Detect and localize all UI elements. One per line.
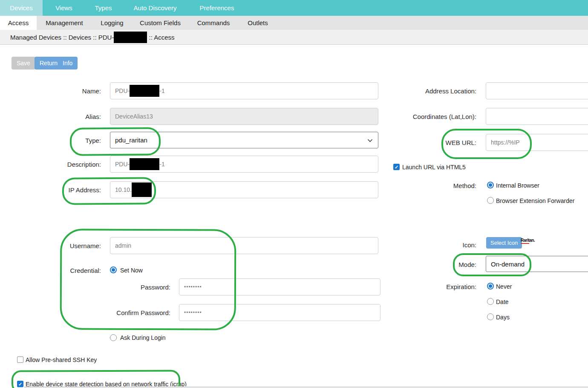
nav-tab-auto-discovery[interactable]: Auto Discovery [121, 0, 189, 16]
ip-address-value-prefix: 10.10. [115, 186, 132, 193]
device-tabs: Access Management Logging Custom Fields … [0, 16, 588, 30]
nav-tab-preferences[interactable]: Preferences [189, 0, 245, 16]
username-label: Username: [26, 242, 101, 249]
credential-set-now-radio[interactable] [110, 266, 117, 273]
expiration-date-radio[interactable] [487, 298, 494, 305]
address-location-input[interactable] [486, 82, 588, 99]
primary-nav: Devices Views Types Auto Discovery Prefe… [0, 0, 588, 16]
method-internal-browser-label: Internal Browser [496, 182, 539, 189]
web-url-label: WEB URL: [383, 139, 476, 146]
nav-tab-types[interactable]: Types [85, 0, 121, 16]
type-label: Type: [26, 137, 101, 144]
select-icon-button[interactable]: Select Icon [486, 237, 522, 249]
type-select[interactable]: pdu_raritan [110, 132, 378, 148]
password-input[interactable]: •••••••• [179, 278, 380, 295]
name-label: Name: [26, 87, 101, 95]
breadcrumb: Managed Devices :: Devices :: PDU- :: Ac… [0, 30, 588, 45]
device-access-page: Devices Views Types Auto Discovery Prefe… [0, 0, 588, 388]
web-url-input[interactable]: https://%IP [486, 134, 588, 151]
redaction-box [132, 182, 152, 197]
tab-access[interactable]: Access [0, 16, 37, 30]
description-value-prefix: PDU- [115, 161, 130, 168]
redaction-box [130, 85, 159, 97]
credential-set-now-label: Set Now [120, 267, 143, 274]
expiration-days-radio[interactable] [487, 313, 494, 320]
breadcrumb-text-suffix: :: Access [147, 34, 174, 41]
redaction-box [114, 32, 147, 43]
address-location-label: Address Location: [383, 87, 476, 95]
ip-address-input[interactable]: 10.10. [110, 181, 378, 198]
mode-label: Mode: [383, 261, 476, 268]
expiration-date-label: Date [496, 298, 509, 305]
enable-icmp-detection-checkbox[interactable] [17, 381, 23, 387]
password-value: •••••••• [184, 284, 202, 290]
mode-select[interactable]: On-demand [486, 256, 588, 272]
confirm-password-input[interactable]: •••••••• [179, 304, 380, 321]
mode-selected-value: On-demand [491, 261, 525, 268]
method-label: Method: [383, 182, 476, 189]
ip-address-label: IP Address: [26, 186, 101, 194]
coordinates-label: Coordinates (Lat,Lon): [383, 113, 476, 120]
confirm-password-value: •••••••• [184, 310, 202, 316]
redaction-box [130, 158, 159, 170]
credential-ask-during-login-label: Ask During Login [120, 334, 166, 341]
launch-url-html5-checkbox[interactable] [393, 164, 400, 170]
username-input[interactable]: admin [110, 237, 378, 254]
expiration-days-label: Days [496, 314, 510, 321]
launch-url-html5-label: Launch URL via HTML5 [402, 164, 466, 171]
alias-input: DeviceAlias13 [110, 108, 378, 125]
credential-ask-during-login-radio[interactable] [110, 334, 117, 341]
info-button[interactable]: Info [58, 57, 78, 69]
allow-preshared-ssh-key-label: Allow Pre-shared SSH Key [26, 356, 97, 363]
name-value-suffix: -1 [159, 87, 164, 94]
description-input[interactable]: PDU- -1 [110, 156, 378, 173]
tab-commands[interactable]: Commands [188, 16, 239, 30]
nav-tab-devices[interactable]: Devices [0, 0, 43, 16]
expiration-label: Expiration: [383, 283, 476, 290]
method-browser-extension-label: Browser Extension Forwarder [496, 197, 574, 204]
password-label: Password: [102, 284, 170, 291]
type-selected-value: pdu_raritan [115, 136, 147, 144]
tab-management[interactable]: Management [37, 16, 92, 30]
description-value-suffix: -1 [159, 161, 164, 168]
alias-label: Alias: [26, 113, 101, 120]
username-value: admin [115, 242, 131, 249]
breadcrumb-text-prefix: Managed Devices :: Devices :: PDU- [10, 34, 114, 41]
alias-value: DeviceAlias13 [115, 113, 153, 120]
chevron-down-icon [367, 136, 373, 144]
coordinates-input[interactable] [486, 108, 588, 125]
expiration-never-label: Never [496, 283, 512, 290]
nav-tab-views[interactable]: Views [43, 0, 85, 16]
confirm-password-label: Confirm Password: [102, 309, 170, 316]
web-url-value: https://%IP [491, 139, 520, 146]
tab-custom-fields[interactable]: Custom Fields [132, 16, 188, 30]
raritan-logo-tagline [521, 243, 529, 244]
save-button[interactable]: Save [12, 57, 35, 69]
raritan-logo: Raritan. [521, 238, 535, 244]
description-label: Description: [26, 161, 101, 168]
tab-outlets[interactable]: Outlets [239, 16, 277, 30]
name-value-prefix: PDU- [115, 87, 130, 94]
credential-label: Credential: [26, 267, 101, 274]
icon-label: Icon: [383, 241, 476, 249]
bottom-scroll-strip [24, 386, 588, 388]
method-browser-extension-radio[interactable] [487, 197, 494, 204]
method-internal-browser-radio[interactable] [487, 182, 494, 188]
expiration-never-radio[interactable] [487, 283, 494, 290]
raritan-logo-text: Raritan. [521, 238, 535, 243]
name-input[interactable]: PDU- -1 [110, 82, 378, 99]
allow-preshared-ssh-key-checkbox[interactable] [17, 356, 23, 363]
tab-logging[interactable]: Logging [92, 16, 132, 30]
